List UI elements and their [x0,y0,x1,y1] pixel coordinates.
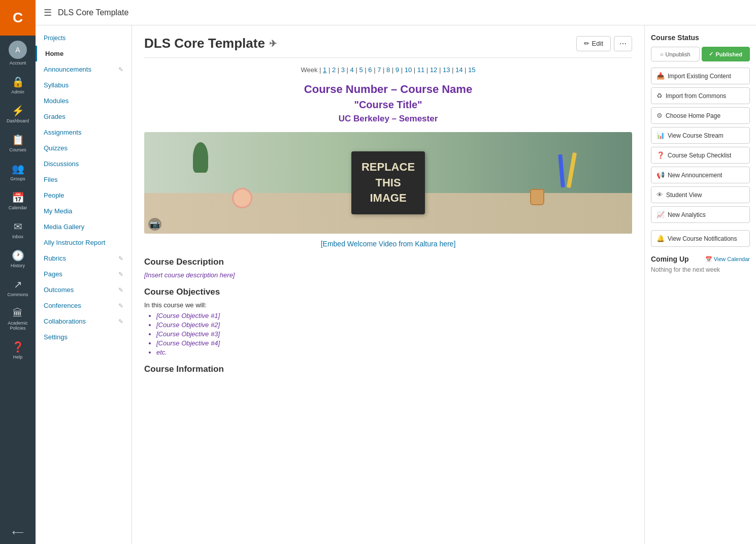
edit-icon: ✎ [118,302,123,309]
course-nav-assignments[interactable]: Assignments [36,124,132,140]
right-sidebar: Course Status ○ Unpublish ✓ Published 📥 … [644,25,756,544]
page-title-row: DLS Core Template ✈ ✏ Edit ⋯ [144,36,632,58]
choose-home-page-button[interactable]: ⚙ Choose Home Page [651,107,750,124]
course-image: REPLACE THIS IMAGE 📷 [144,132,632,234]
sidebar-item-inbox[interactable]: ✉ Inbox [0,215,36,244]
course-nav-pages[interactable]: Pages ✎ [36,266,132,282]
inbox-icon: ✉ [14,220,22,233]
sidebar-item-help[interactable]: ❓ Help [0,336,36,365]
course-title-line2: "Course Title" [144,99,632,111]
new-announcement-button[interactable]: 📢 New Announcement [651,167,750,183]
student-view-icon: 👁 [656,191,663,199]
sidebar-item-dashboard[interactable]: ⚡ Dashboard [0,100,36,129]
sidebar-item-academic-policies[interactable]: 🏛 Academic Policies [0,302,36,336]
course-nav-people[interactable]: People [36,187,132,203]
week-13-link[interactable]: 13 [443,66,450,74]
setup-checklist-icon: ❓ [656,151,665,159]
course-objectives-heading: Course Objectives [144,287,632,297]
view-calendar-link[interactable]: 📅 View Calendar [705,256,750,263]
week-3-link[interactable]: 3 [341,66,345,74]
course-description-heading: Course Description [144,257,632,267]
calendar-icon: 📅 [12,191,24,204]
admin-icon: 🔒 [12,76,24,88]
collapse-nav-button[interactable]: ⟵ [0,520,36,544]
more-options-button[interactable]: ⋯ [614,36,632,51]
course-nav-files[interactable]: Files [36,172,132,187]
course-nav-ally-instructor[interactable]: Ally Instructor Report [36,235,132,250]
sidebar-item-calendar[interactable]: 📅 Calendar [0,186,36,215]
sidebar-item-account[interactable]: A Account [0,36,36,71]
objectives-list: [Course Objective #1] [Course Objective … [144,312,632,356]
course-nav-modules[interactable]: Modules [36,93,132,109]
coming-up-empty: Nothing for the next week [651,266,750,273]
course-nav-quizzes[interactable]: Quizzes [36,140,132,156]
new-analytics-button[interactable]: 📈 New Analytics [651,206,750,223]
week-9-link[interactable]: 9 [396,66,399,74]
import-existing-icon: 📥 [656,72,665,80]
sidebar-item-admin[interactable]: 🔒 Admin [0,71,36,100]
list-item: [Course Objective #2] [156,321,632,329]
week-5-link[interactable]: 5 [359,66,363,74]
week-1-link[interactable]: 1 [323,66,326,74]
checkmark-icon: ✓ [709,51,713,57]
page-title-icon: ✈ [269,38,277,49]
edit-icon: ✎ [118,66,123,73]
view-course-notifications-button[interactable]: 🔔 View Course Notifications [651,230,750,247]
week-11-link[interactable]: 11 [417,66,424,74]
course-nav-rubrics[interactable]: Rubrics ✎ [36,250,132,266]
edit-button[interactable]: ✏ Edit [576,36,611,51]
page-title: DLS Core Template ✈ [144,36,277,51]
analytics-icon: 📈 [656,211,665,218]
unpublish-icon: ○ [660,51,664,57]
week-14-link[interactable]: 14 [455,66,463,74]
course-nav-settings[interactable]: Settings [36,329,132,345]
list-item: [Course Objective #4] [156,339,632,347]
edit-icon: ✎ [118,318,123,325]
course-nav-outcomes[interactable]: Outcomes ✎ [36,282,132,298]
week-7-link[interactable]: 7 [377,66,381,74]
course-nav-conferences[interactable]: Conferences ✎ [36,298,132,313]
unpublish-button[interactable]: ○ Unpublish [651,47,700,61]
coming-up-section: Coming Up 📅 View Calendar Nothing for th… [651,255,750,273]
week-4-link[interactable]: 4 [350,66,354,74]
published-button[interactable]: ✓ Published [702,47,750,61]
view-course-stream-button[interactable]: 📊 View Course Stream [651,127,750,144]
breadcrumb[interactable]: Projects [36,30,132,46]
import-commons-icon: ♻ [656,92,663,100]
course-setup-checklist-button[interactable]: ❓ Course Setup Checklist [651,147,750,164]
week-12-link[interactable]: 12 [430,66,437,74]
hamburger-menu-button[interactable]: ☰ [44,7,52,18]
canvas-logo[interactable]: C [0,0,36,36]
sidebar-item-commons[interactable]: ↗ Commons [0,273,36,302]
week-15-link[interactable]: 15 [468,66,475,74]
sidebar-item-history[interactable]: 🕐 History [0,244,36,273]
announcement-icon: 📢 [656,171,665,179]
groups-icon: 👥 [12,163,24,175]
week-8-link[interactable]: 8 [386,66,390,74]
course-nav-media-gallery[interactable]: Media Gallery [36,219,132,235]
edit-icon: ✎ [118,271,123,278]
course-nav-announcements[interactable]: Announcements ✎ [36,61,132,77]
course-nav-syllabus[interactable]: Syllabus [36,77,132,93]
import-commons-button[interactable]: ♻ Import from Commons [651,87,750,104]
avatar: A [9,41,27,59]
course-nav-my-media[interactable]: My Media [36,203,132,219]
notifications-icon: 🔔 [656,235,665,242]
course-nav-collaborations[interactable]: Collaborations ✎ [36,313,132,329]
course-nav-discussions[interactable]: Discussions [36,156,132,172]
course-nav-grades[interactable]: Grades [36,109,132,124]
week-2-link[interactable]: 2 [332,66,336,74]
edit-icon: ✎ [118,255,123,262]
more-icon: ⋯ [619,40,627,48]
course-nav-home: Home [36,46,132,61]
academic-policies-icon: 🏛 [13,307,23,319]
week-10-link[interactable]: 10 [405,66,412,74]
sidebar-item-courses[interactable]: 📋 Courses [0,129,36,157]
dashboard-icon: ⚡ [12,105,24,117]
student-view-button[interactable]: 👁 Student View [651,186,750,203]
sidebar-item-groups[interactable]: 👥 Groups [0,157,36,186]
week-6-link[interactable]: 6 [368,66,372,74]
import-existing-button[interactable]: 📥 Import Existing Content [651,68,750,84]
objectives-intro: In this course we will: [144,301,632,309]
embed-video-link[interactable]: [Embed Welcome Video from Kaltura here] [144,240,632,248]
